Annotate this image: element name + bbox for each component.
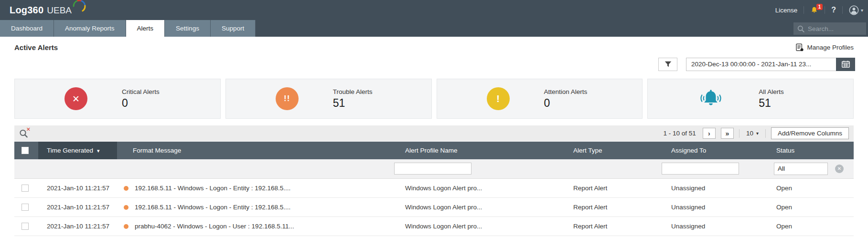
user-menu-button[interactable]: ▾ — [849, 5, 863, 15]
tab-dashboard[interactable]: Dashboard — [0, 20, 54, 37]
tab-alerts[interactable]: Alerts — [126, 20, 165, 37]
card-label: All Alerts — [759, 88, 784, 95]
logo-secondary-text: UEBA — [47, 5, 72, 16]
cell-time: 2021-Jan-10 11:21:57 — [38, 178, 117, 197]
separator — [765, 129, 766, 138]
table-row[interactable]: 2021-Jan-10 11:21:57 192.168.5.11 - Wind… — [14, 178, 854, 197]
chevron-down-icon: ▾ — [756, 131, 759, 136]
license-link[interactable]: License — [775, 7, 798, 14]
pagination-range: 1 - 10 of 51 — [664, 130, 696, 137]
cell-profile: Windows Logon Alert pro... — [392, 178, 561, 197]
clear-search-icon[interactable]: ✕ — [19, 128, 30, 139]
double-exclamation-icon: !! — [276, 87, 299, 110]
bell-icon — [697, 87, 724, 111]
cell-type: Report Alert — [561, 197, 659, 216]
row-checkbox[interactable] — [21, 185, 29, 192]
card-all-alerts[interactable]: All Alerts 51 — [647, 79, 854, 119]
manage-profiles-label: Manage Profiles — [807, 44, 854, 51]
table-row[interactable]: 2021-Jan-10 11:21:57 prabhu-4062 - Windo… — [14, 216, 854, 236]
user-avatar-icon — [849, 5, 859, 15]
card-label: Critical Alerts — [122, 88, 160, 95]
top-header: Log360 UEBA License 1 ? ▾ — [0, 0, 868, 20]
column-header-time-generated[interactable]: Time Generated▾ — [38, 142, 117, 159]
cell-assigned: Unassigned — [659, 178, 764, 197]
manage-profiles-icon — [796, 43, 804, 51]
status-filter-select[interactable]: All — [774, 163, 828, 175]
cell-status: Open — [764, 216, 854, 236]
page-size-value: 10 — [746, 130, 753, 137]
card-critical-alerts[interactable]: ✕ Critical Alerts 0 — [14, 79, 221, 119]
date-range-field[interactable]: 2020-Dec-13 00:00:00 - 2021-Jan-11 23... — [686, 58, 836, 71]
alerts-table: Time Generated▾ Format Message Alert Pro… — [14, 142, 854, 236]
cell-profile: Windows Logon Alert pro... — [392, 197, 561, 216]
logo-swoosh-icon — [73, 0, 87, 12]
card-count: 0 — [122, 97, 160, 110]
tab-anomaly-reports[interactable]: Anomaly Reports — [54, 20, 126, 37]
notification-badge: 1 — [816, 4, 823, 10]
page-title: Active Alerts — [14, 43, 58, 51]
tab-settings[interactable]: Settings — [165, 20, 211, 37]
table-row[interactable]: 2021-Jan-10 11:21:57 192.168.5.11 - Wind… — [14, 197, 854, 216]
add-remove-columns-button[interactable]: Add/Remove Columns — [771, 127, 849, 139]
severity-dot-icon — [124, 186, 129, 191]
cell-message: 192.168.5.11 - Windows - Logon - Entity … — [135, 185, 290, 192]
card-count: 51 — [759, 97, 784, 110]
card-count: 51 — [333, 97, 373, 110]
column-header-alert-type[interactable]: Alert Type — [561, 142, 659, 159]
row-checkbox[interactable] — [21, 223, 29, 230]
card-count: 0 — [544, 97, 588, 110]
severity-dot-icon — [124, 205, 129, 210]
filter-button[interactable] — [658, 58, 677, 71]
assigned-to-filter-input[interactable] — [662, 163, 739, 175]
cell-status: Open — [764, 178, 854, 197]
last-page-button[interactable]: » — [721, 128, 734, 139]
logo-primary-text: Log360 — [10, 5, 43, 16]
page-size-select[interactable]: 10 ▾ — [745, 130, 760, 137]
separator — [842, 6, 843, 14]
clear-filter-icon[interactable]: ✕ — [835, 165, 844, 173]
row-checkbox[interactable] — [21, 204, 29, 211]
next-page-button[interactable]: › — [703, 128, 716, 139]
table-header-row: Time Generated▾ Format Message Alert Pro… — [14, 142, 854, 159]
critical-cross-icon: ✕ — [64, 87, 87, 110]
cell-type: Report Alert — [561, 216, 659, 236]
search-icon — [797, 25, 804, 32]
separator — [739, 129, 739, 138]
cell-message: 192.168.5.11 - Windows - Logon - Entity … — [135, 204, 290, 211]
card-label: Trouble Alerts — [333, 88, 373, 95]
exclamation-icon: ! — [487, 87, 510, 110]
app-logo: Log360 UEBA — [10, 4, 87, 16]
cell-time: 2021-Jan-10 11:21:57 — [38, 216, 117, 236]
separator — [804, 6, 804, 14]
calendar-button[interactable] — [836, 58, 855, 71]
select-all-checkbox[interactable] — [21, 147, 29, 154]
cell-profile: Windows Logon Alert pro... — [392, 216, 561, 236]
cell-status: Open — [764, 197, 854, 216]
card-trouble-alerts[interactable]: !! Trouble Alerts 51 — [225, 79, 432, 119]
cell-type: Report Alert — [561, 178, 659, 197]
column-header-format-message[interactable]: Format Message — [117, 142, 392, 159]
search-input[interactable] — [808, 25, 860, 32]
manage-profiles-link[interactable]: Manage Profiles — [796, 43, 854, 51]
severity-dot-icon — [124, 224, 129, 229]
column-header-status[interactable]: Status — [764, 142, 854, 159]
sort-caret-icon: ▾ — [97, 148, 100, 154]
clear-x-mark: ✕ — [26, 126, 31, 133]
chevron-down-icon: ▾ — [861, 8, 863, 13]
column-header-alert-profile-name[interactable]: Alert Profile Name — [392, 142, 561, 159]
global-search[interactable] — [793, 22, 866, 35]
funnel-icon — [664, 61, 672, 67]
notifications-button[interactable]: 1 — [810, 6, 818, 14]
column-filter-row: All ✕ — [14, 159, 854, 178]
tab-support[interactable]: Support — [211, 20, 256, 37]
card-attention-alerts[interactable]: ! Attention Alerts 0 — [437, 79, 643, 119]
main-nav: Dashboard Anomaly Reports Alerts Setting… — [0, 20, 868, 37]
column-header-assigned-to[interactable]: Assigned To — [659, 142, 764, 159]
cell-assigned: Unassigned — [659, 197, 764, 216]
calendar-icon — [842, 61, 850, 68]
help-button[interactable]: ? — [831, 6, 836, 14]
alert-profile-name-filter-input[interactable] — [394, 163, 472, 175]
card-label: Attention Alerts — [544, 88, 588, 95]
cell-message: prabhu-4062 - Windows - Logon - User : 1… — [135, 223, 294, 230]
cell-time: 2021-Jan-10 11:21:57 — [38, 197, 117, 216]
